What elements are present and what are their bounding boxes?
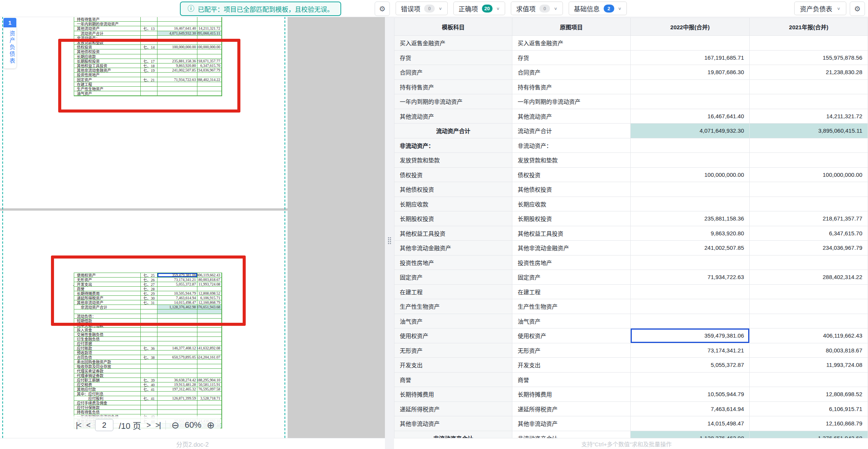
- template-subject-cell[interactable]: 一年内到期的非流动资产: [394, 94, 512, 109]
- value-2022-cell[interactable]: 167,191,685.71: [631, 51, 750, 65]
- template-subject-cell[interactable]: 投资性房地产: [394, 255, 512, 270]
- template-subject-cell[interactable]: 长期应收款: [394, 197, 512, 212]
- value-2022-cell[interactable]: 5,055,372.87: [631, 358, 750, 373]
- original-item-cell[interactable]: 流动资产合计: [512, 124, 631, 138]
- template-subject-cell[interactable]: 存货: [394, 51, 512, 65]
- template-subject-cell[interactable]: 非流动资产：: [394, 138, 512, 153]
- settings-gear-icon-right[interactable]: ⚙: [850, 2, 865, 16]
- next-page-button[interactable]: >: [146, 421, 150, 430]
- value-2021-cell[interactable]: 288,402,314.22: [750, 270, 868, 285]
- template-subject-cell[interactable]: 长期待摊费用: [394, 387, 512, 402]
- original-item-cell[interactable]: 长期待摊费用: [512, 387, 631, 402]
- template-subject-cell[interactable]: 买入返售金融资产: [394, 36, 512, 51]
- value-2022-cell[interactable]: 7,463,614.94: [631, 402, 750, 417]
- value-2022-cell[interactable]: 73,174,341.21: [631, 343, 750, 358]
- original-item-cell[interactable]: 开发支出: [512, 358, 631, 373]
- value-2021-cell[interactable]: [750, 138, 868, 153]
- template-subject-cell[interactable]: 合同资产: [394, 65, 512, 80]
- value-2022-cell[interactable]: [631, 182, 750, 197]
- value-2021-cell[interactable]: [750, 36, 868, 51]
- value-2022-cell[interactable]: [631, 94, 750, 109]
- original-item-cell[interactable]: 无形资产: [512, 343, 631, 358]
- original-item-cell[interactable]: 长期应收款: [512, 197, 631, 212]
- value-2021-cell[interactable]: 14,211,321.72: [750, 109, 868, 124]
- value-2022-cell[interactable]: 10,505,944.79: [631, 387, 750, 402]
- template-subject-cell[interactable]: 在建工程: [394, 285, 512, 300]
- value-2022-cell[interactable]: 71,934,722.63: [631, 270, 750, 285]
- original-item-cell[interactable]: 生产性生物资产: [512, 299, 631, 314]
- value-2022-cell[interactable]: 241,002,507.85: [631, 241, 750, 255]
- template-subject-cell[interactable]: 其他债权投资: [394, 182, 512, 197]
- template-subject-cell[interactable]: 其他非流动金融资产: [394, 241, 512, 255]
- value-2021-cell[interactable]: 218,671,357.77: [750, 211, 868, 226]
- original-item-cell[interactable]: 其他非流动资产: [512, 416, 631, 431]
- value-2022-cell[interactable]: [631, 299, 750, 314]
- value-2021-cell[interactable]: 12,160,868.79: [750, 416, 868, 431]
- value-2022-cell[interactable]: 100,000,000.00: [631, 168, 750, 182]
- value-2021-cell[interactable]: [750, 197, 868, 212]
- original-item-cell[interactable]: 买入返售金融资产: [512, 36, 631, 51]
- last-page-button[interactable]: >|: [156, 421, 161, 430]
- value-2021-cell[interactable]: 12,808,698.52: [750, 387, 868, 402]
- filter-button-3[interactable]: 求值项0∨: [511, 2, 563, 15]
- original-item-cell[interactable]: 其他债权投资: [512, 182, 631, 197]
- original-item-cell[interactable]: 递延所得税资产: [512, 402, 631, 417]
- template-subject-cell[interactable]: 持有待售资产: [394, 80, 512, 95]
- original-item-cell[interactable]: 使用权资产: [512, 328, 631, 343]
- template-subject-cell[interactable]: 债权投资: [394, 168, 512, 182]
- template-subject-cell[interactable]: 长期股权投资: [394, 211, 512, 226]
- value-2021-cell[interactable]: 155,975,878.56: [750, 51, 868, 65]
- value-2021-cell[interactable]: [750, 314, 868, 329]
- original-item-cell[interactable]: 其他非流动金融资产: [512, 241, 631, 255]
- original-item-cell[interactable]: 其他流动资产: [512, 109, 631, 124]
- template-subject-cell[interactable]: 其他权益工具投资: [394, 226, 512, 241]
- value-2022-cell[interactable]: 16,467,641.40: [631, 109, 750, 124]
- value-2021-cell[interactable]: 406,119,662.43: [750, 328, 868, 343]
- template-subject-cell[interactable]: 油气资产: [394, 314, 512, 329]
- value-2021-cell[interactable]: 80,003,818.67: [750, 343, 868, 358]
- settings-gear-icon-left[interactable]: ⚙: [375, 2, 390, 16]
- page-number-input[interactable]: 2: [95, 419, 113, 431]
- template-subject-cell[interactable]: 使用权资产: [394, 328, 512, 343]
- value-2022-cell[interactable]: [631, 80, 750, 95]
- value-2022-cell[interactable]: 359,479,381.06: [631, 328, 750, 343]
- value-2021-cell[interactable]: [750, 285, 868, 300]
- template-subject-cell[interactable]: 开发支出: [394, 358, 512, 373]
- template-subject-cell[interactable]: 无形资产: [394, 343, 512, 358]
- value-2022-cell[interactable]: [631, 197, 750, 212]
- sheet-selector-dropdown[interactable]: 资产负债表 ∨: [794, 2, 846, 15]
- original-item-cell[interactable]: 在建工程: [512, 285, 631, 300]
- value-2022-cell[interactable]: [631, 36, 750, 51]
- value-2021-cell[interactable]: [750, 373, 868, 387]
- value-2021-cell[interactable]: 234,036,967.79: [750, 241, 868, 255]
- value-2022-cell[interactable]: [631, 285, 750, 300]
- value-2021-cell[interactable]: [750, 94, 868, 109]
- prev-page-button[interactable]: <: [86, 421, 90, 430]
- value-2021-cell[interactable]: [750, 153, 868, 168]
- original-item-cell[interactable]: 非流动资产：: [512, 138, 631, 153]
- value-2021-cell[interactable]: 21,238,830.28: [750, 65, 868, 80]
- original-item-cell[interactable]: 商誉: [512, 373, 631, 387]
- panel-splitter[interactable]: [385, 17, 394, 449]
- value-2021-cell[interactable]: [750, 255, 868, 270]
- value-2022-cell[interactable]: 9,863,920.80: [631, 226, 750, 241]
- value-2022-cell[interactable]: [631, 138, 750, 153]
- value-2021-cell[interactable]: [750, 182, 868, 197]
- original-item-cell[interactable]: 存货: [512, 51, 631, 65]
- original-item-cell[interactable]: 固定资产: [512, 270, 631, 285]
- original-item-cell[interactable]: 一年内到期的非流动资产: [512, 94, 631, 109]
- filter-button-2[interactable]: 正确项20∨: [453, 2, 506, 15]
- value-2022-cell[interactable]: 19,807,686.30: [631, 65, 750, 80]
- value-2021-cell[interactable]: 6,347,615.70: [750, 226, 868, 241]
- zoom-in-button[interactable]: ⊕: [207, 420, 215, 431]
- template-subject-cell[interactable]: 流动资产合计: [394, 124, 512, 138]
- value-2022-cell[interactable]: [631, 373, 750, 387]
- original-item-cell[interactable]: 投资性房地产: [512, 255, 631, 270]
- filter-button-4[interactable]: 基础信息2∨: [569, 2, 627, 15]
- value-2021-cell[interactable]: 3,895,060,415.11: [750, 124, 868, 138]
- original-item-cell[interactable]: 长期股权投资: [512, 211, 631, 226]
- value-2022-cell[interactable]: 4,071,649,932.30: [631, 124, 750, 138]
- template-subject-cell[interactable]: 生产性生物资产: [394, 299, 512, 314]
- value-2021-cell[interactable]: [750, 299, 868, 314]
- filter-button-1[interactable]: 错误项0∨: [396, 2, 448, 15]
